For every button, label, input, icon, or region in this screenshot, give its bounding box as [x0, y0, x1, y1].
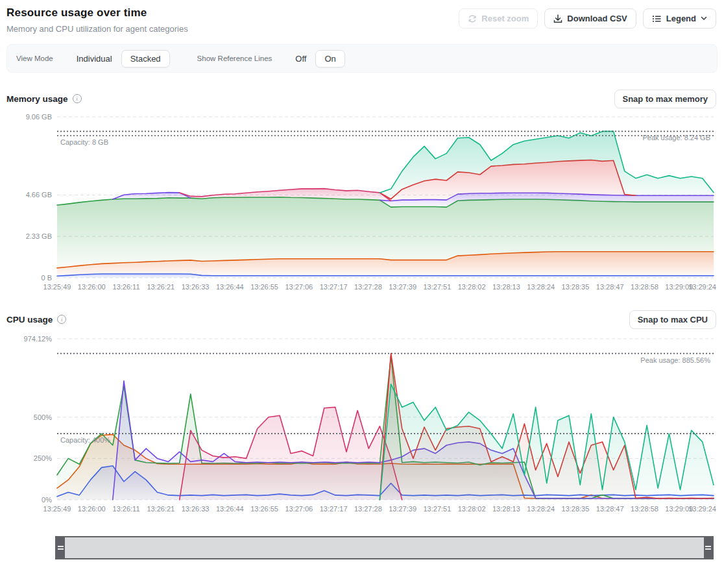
view-options-toolbar: View Mode Individual Stacked Show Refere… — [6, 44, 718, 73]
svg-text:13:26:44: 13:26:44 — [216, 505, 244, 513]
svg-text:13:26:55: 13:26:55 — [250, 505, 278, 513]
svg-text:974.12%: 974.12% — [24, 335, 53, 343]
reset-zoom-button[interactable]: Reset zoom — [459, 8, 538, 29]
svg-text:13:27:17: 13:27:17 — [320, 283, 348, 291]
cpu-info-icon[interactable]: i — [57, 315, 66, 324]
view-mode-label: View Mode — [16, 55, 53, 62]
svg-text:13:27:06: 13:27:06 — [285, 283, 313, 291]
svg-text:13:27:06: 13:27:06 — [285, 505, 313, 513]
reference-off-button[interactable]: Off — [286, 50, 315, 67]
svg-text:13:26:33: 13:26:33 — [182, 505, 210, 513]
svg-text:13:27:39: 13:27:39 — [389, 283, 416, 291]
download-csv-button[interactable]: Download CSV — [544, 8, 636, 29]
svg-text:13:28:02: 13:28:02 — [458, 283, 486, 291]
svg-text:4.66 GB: 4.66 GB — [26, 191, 52, 199]
svg-text:9.06 GB: 9.06 GB — [26, 113, 52, 121]
svg-text:2.33 GB: 2.33 GB — [26, 232, 52, 240]
svg-text:13:28:13: 13:28:13 — [492, 505, 520, 513]
svg-text:13:27:28: 13:27:28 — [354, 283, 382, 291]
svg-text:Capacity: 8 GB: Capacity: 8 GB — [60, 138, 108, 146]
memory-usage-chart[interactable]: 0 B2.33 GB4.66 GB9.06 GB13:25:4913:26:00… — [0, 109, 724, 297]
svg-text:13:28:47: 13:28:47 — [596, 505, 624, 513]
svg-text:13:28:24: 13:28:24 — [527, 505, 555, 513]
svg-text:13:26:00: 13:26:00 — [78, 283, 106, 291]
snap-max-cpu-button[interactable]: Snap to max CPU — [629, 310, 716, 329]
svg-text:500%: 500% — [34, 413, 52, 421]
svg-text:13:27:39: 13:27:39 — [389, 505, 416, 513]
time-range-brush[interactable] — [55, 536, 714, 559]
header-actions: Reset zoom Download CSV Legend — [459, 8, 716, 29]
svg-text:13:27:51: 13:27:51 — [423, 283, 451, 291]
page-header: Resource usage over time Memory and CPU … — [0, 0, 724, 34]
svg-text:250%: 250% — [34, 454, 52, 462]
svg-text:13:28:24: 13:28:24 — [527, 283, 555, 291]
svg-text:13:28:58: 13:28:58 — [631, 505, 658, 513]
svg-text:Capacity: 400%: Capacity: 400% — [60, 436, 110, 444]
svg-text:13:25:49: 13:25:49 — [43, 505, 71, 513]
svg-text:13:26:21: 13:26:21 — [147, 505, 175, 513]
reset-zoom-label: Reset zoom — [481, 14, 529, 23]
cpu-usage-chart[interactable]: 0%250%500%974.12%13:25:4913:26:0013:26:1… — [0, 330, 724, 518]
legend-label: Legend — [666, 14, 696, 23]
view-mode-stacked-button[interactable]: Stacked — [121, 50, 170, 67]
memory-usage-title: Memory usage — [6, 94, 68, 104]
svg-text:13:29:24: 13:29:24 — [688, 283, 716, 291]
svg-text:13:26:11: 13:26:11 — [113, 505, 140, 513]
svg-text:13:26:21: 13:26:21 — [147, 283, 175, 291]
svg-text:13:26:55: 13:26:55 — [250, 283, 278, 291]
svg-text:13:28:35: 13:28:35 — [562, 283, 590, 291]
memory-section-header: Memory usage i Snap to max memory — [6, 88, 716, 109]
download-csv-label: Download CSV — [567, 14, 627, 23]
view-mode-individual-button[interactable]: Individual — [67, 50, 121, 67]
memory-info-icon[interactable]: i — [73, 94, 82, 103]
svg-text:13:26:44: 13:26:44 — [216, 283, 244, 291]
svg-text:13:28:58: 13:28:58 — [631, 283, 658, 291]
svg-text:13:27:51: 13:27:51 — [423, 505, 451, 513]
reference-lines-label: Show Reference Lines — [197, 55, 272, 62]
svg-text:13:27:17: 13:27:17 — [320, 505, 348, 513]
dashboard-page: Resource usage over time Memory and CPU … — [0, 0, 724, 588]
brush-left-handle[interactable] — [56, 537, 65, 558]
legend-list-icon — [652, 14, 662, 23]
svg-text:13:26:00: 13:26:00 — [78, 505, 106, 513]
download-icon — [553, 14, 562, 23]
chevron-down-icon — [701, 16, 707, 21]
svg-text:13:27:28: 13:27:28 — [354, 505, 382, 513]
svg-text:Peak usage: 8.24 GB: Peak usage: 8.24 GB — [642, 134, 710, 141]
snap-max-memory-button[interactable]: Snap to max memory — [614, 90, 717, 108]
svg-text:13:26:11: 13:26:11 — [113, 283, 140, 291]
cpu-usage-title: CPU usage — [6, 315, 53, 325]
svg-text:13:28:13: 13:28:13 — [492, 283, 520, 291]
svg-text:13:28:02: 13:28:02 — [458, 505, 486, 513]
svg-text:13:28:47: 13:28:47 — [596, 283, 624, 291]
svg-text:0 B: 0 B — [41, 274, 52, 282]
reference-on-button[interactable]: On — [315, 50, 344, 67]
svg-text:13:29:24: 13:29:24 — [688, 505, 716, 513]
brush-right-handle[interactable] — [704, 537, 712, 558]
svg-text:13:26:33: 13:26:33 — [182, 283, 210, 291]
svg-text:13:25:49: 13:25:49 — [43, 283, 71, 291]
refresh-icon — [468, 14, 477, 23]
svg-text:Peak usage: 885.56%: Peak usage: 885.56% — [640, 356, 710, 364]
cpu-section-header: CPU usage i Snap to max CPU — [6, 309, 716, 330]
svg-text:0%: 0% — [42, 496, 52, 504]
svg-text:13:28:35: 13:28:35 — [562, 505, 590, 513]
legend-button[interactable]: Legend — [643, 8, 716, 29]
